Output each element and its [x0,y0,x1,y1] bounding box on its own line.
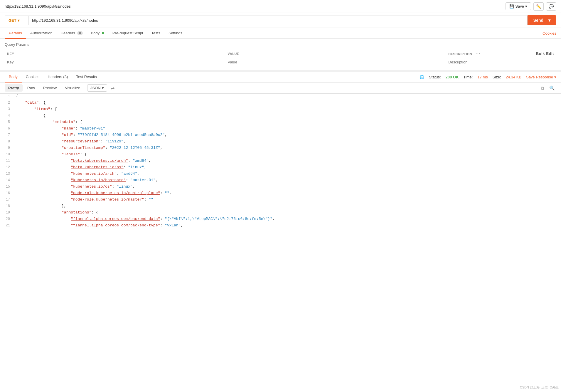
desc-input[interactable] [448,60,554,64]
json-line: 4 { [0,113,561,120]
params-section: Query Params KEY VALUE DESCRIPTION ··· B… [0,39,561,70]
body-tab-raw[interactable]: Raw [24,84,38,92]
response-section: Body Cookies Headers (3) Test Results 🌐 … [0,70,561,229]
line-number: 5 [0,120,15,124]
json-viewer: 1{2 "data": {3 "items": [4 {5 "metadata"… [0,94,561,229]
response-tab-headers[interactable]: Headers (3) [44,72,72,83]
line-content: "annotations": { [15,210,561,215]
title-bar: http://192.168.31.1:9090/api/k8s/nodes 💾… [0,0,561,13]
value-header: VALUE [225,50,446,58]
json-line: 3 "items": [ [0,107,561,113]
line-number: 2 [0,100,15,105]
headers-badge: 8 [77,31,82,35]
json-line: 20 "flannel.alpha.coreos.com/backend-dat… [0,216,561,223]
body-toolbar: Pretty Raw Preview Visualize JSON ▾ ⇌ ⧉ … [0,83,561,94]
save-button[interactable]: 💾 Save ▾ [506,2,531,10]
bulk-edit-button[interactable]: Bulk Edit [536,51,554,56]
line-content: "items": [ [15,107,561,111]
line-number: 16 [0,191,15,195]
tab-headers[interactable]: Headers 8 [57,28,87,39]
method-select[interactable]: GET ▾ [5,16,28,25]
request-bar: GET ▾ Send ▾ [0,13,561,28]
body-tab-pretty[interactable]: Pretty [5,84,23,92]
table-row [5,58,556,66]
json-line: 21 "flannel.alpha.coreos.com/backend-typ… [0,223,561,229]
response-tab-test-results[interactable]: Test Results [72,72,101,83]
tab-pre-request-script[interactable]: Pre-request Script [108,28,147,39]
json-line: 6 "name": "master-01", [0,126,561,132]
line-content: "resourceVersion": "119129", [15,139,561,144]
tab-authorization[interactable]: Authorization [26,28,57,39]
json-line: 1{ [0,94,561,100]
save-chevron-icon: ▾ [525,4,527,9]
json-line: 11 "beta.kubernetes.io/arch": "amd64", [0,158,561,165]
tab-params[interactable]: Params [5,28,26,39]
tab-body[interactable]: Body [87,28,108,39]
tab-settings[interactable]: Settings [164,28,186,39]
line-content: "node-role.kubernetes.io/master": "" [15,197,561,202]
body-tab-visualize[interactable]: Visualize [61,84,84,92]
json-line: 14 "kubernetes.io/hostname": "master-01"… [0,178,561,184]
line-content: "kubernetes.io/arch": "amd64", [15,171,561,176]
line-content: "labels": { [15,152,561,157]
json-line: 10 "labels": { [0,152,561,158]
line-content: "beta.kubernetes.io/os": "linux", [15,165,561,169]
response-tab-bar: Body Cookies Headers (3) Test Results 🌐 … [0,72,561,83]
edit-icon-button[interactable]: ✏️ [533,2,544,11]
query-params-title: Query Params [5,42,556,47]
json-line: 16 "node-role.kubernetes.io/control-plan… [0,191,561,197]
save-icon: 💾 [509,4,514,9]
url-input[interactable] [28,16,528,25]
params-table: KEY VALUE DESCRIPTION ··· Bulk Edit [5,50,556,66]
copy-icon[interactable]: ⧉ [539,85,545,92]
line-number: 10 [0,152,15,157]
json-line: 17 "node-role.kubernetes.io/master": "" [0,197,561,203]
status-label: Status: [429,75,441,79]
send-button[interactable]: Send ▾ [528,15,556,25]
line-content: "flannel.alpha.coreos.com/backend-type":… [15,223,561,228]
value-input[interactable] [228,60,444,64]
line-number: 9 [0,146,15,150]
line-number: 18 [0,204,15,208]
line-content: { [15,113,561,118]
size-label: Size: [493,75,501,79]
line-content: { [15,94,561,98]
line-number: 11 [0,159,15,163]
request-tab-bar: Params Authorization Headers 8 Body Pre-… [0,28,561,39]
key-input[interactable] [7,60,223,64]
comment-icon-button[interactable]: 💬 [546,2,556,11]
body-tab-preview[interactable]: Preview [40,84,60,92]
globe-icon: 🌐 [420,75,424,79]
line-number: 3 [0,107,15,111]
response-tab-cookies[interactable]: Cookies [22,72,44,83]
line-content: }, [15,204,561,208]
line-content: "name": "master-01", [15,126,561,131]
save-response-button[interactable]: Save Response ▾ [526,75,556,79]
format-select[interactable]: JSON ▾ [87,84,107,92]
json-line: 15 "kubernetes.io/os": "linux", [0,184,561,191]
status-value: 200 OK [446,75,459,79]
line-content: "flannel.alpha.coreos.com/backend-data":… [15,217,561,221]
line-number: 17 [0,197,15,202]
json-line: 18 }, [0,203,561,210]
line-content: "kubernetes.io/hostname": "master-01", [15,178,561,182]
line-content: "uid": "779f9fd2-5184-4996-b2b1-aeed5ca8… [15,133,561,137]
tab-tests[interactable]: Tests [147,28,164,39]
line-content: "creationTimestamp": "2022-12-12T05:45:3… [15,146,561,150]
json-line: 7 "uid": "779f9fd2-5184-4996-b2b1-aeed5c… [0,132,561,139]
response-meta: 🌐 Status: 200 OK Time: 17 ms Size: 24.34… [420,75,556,79]
json-line: 19 "annotations": { [0,210,561,216]
response-tab-body[interactable]: Body [5,72,22,83]
format-chevron-icon: ▾ [102,86,104,90]
cookies-link[interactable]: Cookies [543,31,556,36]
filter-icon[interactable]: ⇌ [111,85,114,91]
json-line: 8 "resourceVersion": "119129", [0,139,561,145]
json-line: 13 "kubernetes.io/arch": "amd64", [0,171,561,178]
line-content: "node-role.kubernetes.io/control-plane":… [15,191,561,195]
json-line: 9 "creationTimestamp": "2022-12-12T05:45… [0,145,561,152]
line-number: 4 [0,113,15,118]
time-value: 17 ms [477,75,488,79]
more-icon: ··· [476,51,481,56]
search-icon[interactable]: 🔍 [548,85,556,92]
key-header: KEY [5,50,225,58]
